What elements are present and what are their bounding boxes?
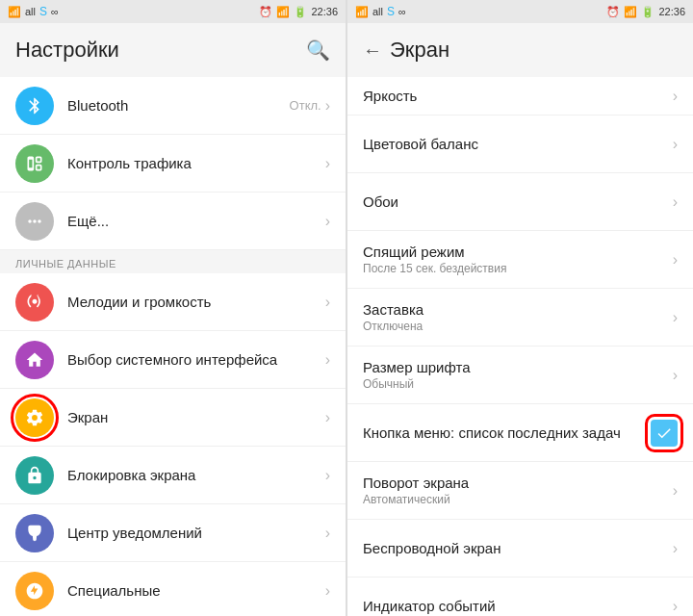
status-left: 📶 all S ∞ — [8, 5, 59, 18]
notifications-icon — [15, 514, 54, 552]
r-wifi-icon: 📶 — [624, 6, 637, 18]
events-item[interactable]: Индикатор событий › — [347, 578, 693, 616]
notifications-right: › — [325, 525, 330, 542]
traffic-right: › — [325, 155, 330, 172]
r-signal-icon: 📶 — [355, 6, 369, 18]
color-text: Цветовой баланс — [363, 136, 673, 152]
screensaver-item[interactable]: Заставка Отключена › — [347, 289, 693, 346]
more-chevron: › — [325, 213, 330, 230]
menubutton-checkbox-wrap[interactable] — [651, 420, 678, 447]
display-right: › — [325, 409, 330, 426]
sleep-item[interactable]: Спящий режим После 15 сек. бездействия › — [347, 231, 693, 289]
color-item[interactable]: Цветовой баланс › — [347, 116, 693, 173]
wireless-label: Беспроводной экран — [363, 540, 673, 556]
personal-section-label: ЛИЧНЫЕ ДАННЫЕ — [0, 250, 346, 273]
wallpaper-item[interactable]: Обои › — [347, 173, 693, 231]
ringtones-item[interactable]: Мелодии и громкость › — [0, 273, 346, 331]
more-right: › — [325, 213, 330, 230]
traffic-chevron: › — [325, 155, 330, 172]
ringtones-label: Мелодии и громкость — [67, 294, 325, 310]
menubutton-checkbox[interactable] — [651, 420, 678, 447]
display-item[interactable]: Экран › — [0, 389, 346, 447]
lock-item[interactable]: Блокировка экрана › — [0, 447, 346, 504]
left-status-bar: 📶 all S ∞ ⏰ 📶 🔋 22:36 — [0, 0, 346, 23]
notifications-chevron: › — [325, 525, 330, 542]
r-battery-icon: 🔋 — [641, 6, 654, 18]
left-scroll[interactable]: Bluetooth Откл. › Контроль трафика › — [0, 77, 346, 616]
interface-item[interactable]: Выбор системного интерфейса › — [0, 331, 346, 389]
search-button[interactable]: 🔍 — [306, 38, 330, 62]
lock-chevron: › — [325, 467, 330, 484]
brightness-chevron: › — [673, 88, 678, 105]
wireless-item[interactable]: Беспроводной экран › — [347, 520, 693, 578]
special-item[interactable]: Специальные › — [0, 562, 346, 616]
notifications-item[interactable]: Центр уведомлений › — [0, 504, 346, 562]
rotation-subtitle: Автоматический — [363, 493, 673, 506]
more-label: Ещё... — [67, 213, 325, 229]
interface-right: › — [325, 351, 330, 369]
rotation-chevron: › — [673, 482, 678, 500]
r-s-icon: S — [387, 5, 395, 18]
special-icon — [15, 572, 54, 610]
wireless-chevron: › — [673, 540, 678, 557]
events-text: Индикатор событий — [363, 598, 673, 614]
fontsize-label: Размер шрифта — [363, 359, 673, 375]
fontsize-chevron: › — [673, 367, 678, 384]
notifications-text: Центр уведомлений — [67, 525, 325, 541]
right-header: ← Экран — [347, 23, 693, 77]
display-text: Экран — [67, 409, 325, 425]
interface-chevron: › — [325, 351, 330, 369]
signal-text: all — [25, 6, 36, 17]
wifi-icon: 📶 — [276, 6, 290, 18]
interface-icon — [15, 341, 54, 379]
back-button[interactable]: ← — [363, 39, 382, 62]
sleep-chevron: › — [673, 251, 678, 269]
rotation-text: Поворот экрана Автоматический — [363, 475, 673, 506]
bluetooth-text: Bluetooth — [67, 97, 290, 114]
fontsize-text: Размер шрифта Обычный — [363, 359, 673, 391]
right-scroll[interactable]: Яркость › Цветовой баланс › Обои › — [347, 77, 693, 616]
more-item[interactable]: Ещё... › — [0, 192, 346, 250]
sleep-label: Спящий режим — [363, 244, 673, 260]
time-display: 22:36 — [311, 6, 338, 17]
fontsize-item[interactable]: Размер шрифта Обычный › — [347, 346, 693, 404]
rotation-label: Поворот экрана — [363, 475, 673, 491]
lock-text: Блокировка экрана — [67, 467, 325, 483]
ringtones-text: Мелодии и громкость — [67, 294, 325, 310]
s-icon: S — [39, 5, 47, 18]
alarm-icon: ⏰ — [259, 6, 272, 18]
ringtones-icon — [15, 283, 54, 321]
battery-icon: 🔋 — [294, 6, 307, 18]
rotation-item[interactable]: Поворот экрана Автоматический › — [347, 462, 693, 520]
wireless-text: Беспроводной экран — [363, 540, 673, 556]
traffic-label: Контроль трафика — [67, 155, 325, 171]
menubutton-text: Кнопка меню: список последних задач — [363, 424, 651, 441]
bluetooth-item[interactable]: Bluetooth Откл. › — [0, 77, 346, 135]
r-infinity-icon: ∞ — [398, 6, 406, 17]
display-icon — [15, 398, 54, 437]
wallpaper-chevron: › — [673, 193, 678, 211]
right-status-right: ⏰ 📶 🔋 22:36 — [606, 6, 685, 18]
special-chevron: › — [325, 582, 330, 600]
screensaver-subtitle: Отключена — [363, 320, 673, 333]
bluetooth-status-text: Откл. — [290, 98, 321, 113]
right-status-left: 📶 all S ∞ — [355, 5, 406, 18]
traffic-text: Контроль трафика — [67, 155, 325, 171]
brightness-item[interactable]: Яркость › — [347, 77, 693, 116]
ringtones-chevron: › — [325, 294, 330, 311]
bluetooth-status: Откл. › — [290, 97, 330, 115]
special-text: Специальные — [67, 582, 325, 599]
display-settings-title: Экран — [390, 38, 449, 63]
display-label: Экран — [67, 409, 325, 425]
interface-text: Выбор системного интерфейса — [67, 351, 325, 368]
display-chevron: › — [325, 409, 330, 426]
brightness-text: Яркость — [363, 88, 673, 104]
right-status-bar: 📶 all S ∞ ⏰ 📶 🔋 22:36 — [347, 0, 693, 23]
fontsize-subtitle: Обычный — [363, 377, 673, 391]
bluetooth-label: Bluetooth — [67, 97, 290, 114]
color-chevron: › — [673, 136, 678, 153]
status-right: ⏰ 📶 🔋 22:36 — [259, 6, 338, 18]
traffic-item[interactable]: Контроль трафика › — [0, 135, 346, 192]
menubutton-label: Кнопка меню: список последних задач — [363, 424, 651, 441]
menubutton-item[interactable]: Кнопка меню: список последних задач — [347, 404, 693, 462]
